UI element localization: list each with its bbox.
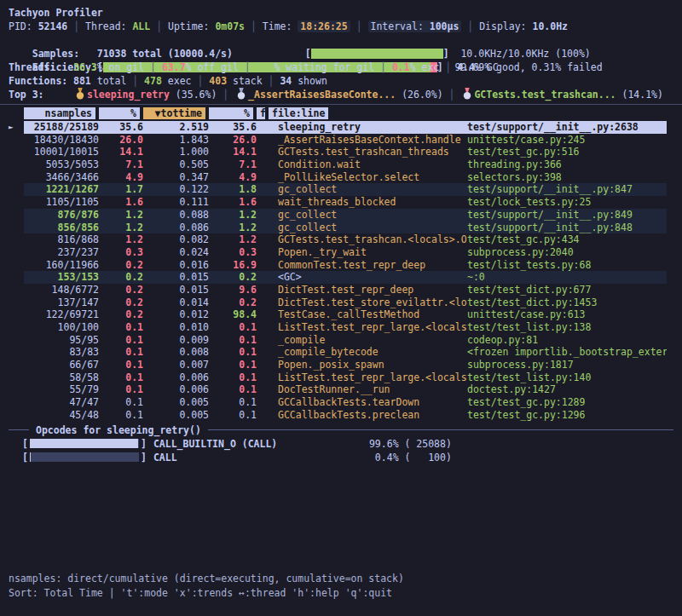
cell-nsamples: 160/11966 [24,259,99,272]
column-header-tottime[interactable]: ▼tottime [143,107,205,119]
samples-rate: 10.0KHz/10.0KHz (100%) [460,48,590,60]
table-row[interactable]: 83/830.10.0080.1_compile_bytecode<frozen… [9,346,667,359]
table-row[interactable]: 122/697210.20.01298.4TestCase._callTestM… [9,308,667,321]
cell-pct-direct: 0.1 [99,371,143,384]
table-row[interactable]: 58/580.10.0060.1ListTest.test_repr_large… [9,371,667,384]
table-row[interactable]: 3466/34664.90.3474.9_PollLikeSelector.se… [9,171,667,184]
cell-tottime: 0.010 [143,321,209,334]
medal-1-icon [76,88,84,100]
cell-function: ListTest.test_repr_large.<locals>.c... [269,321,467,334]
cell-gap [257,171,269,184]
column-header-[interactable]: % [209,107,253,119]
table-row[interactable]: 10001/1001514.11.00014.1GCTests.test_tra… [9,146,667,158]
cell-pct-cumul: 0.2 [209,271,257,284]
opcodes-list: []CALL_BUILTIN_O (CALL)99.6% ( 25088)[]C… [9,437,682,464]
cell-function: gc_collect [269,183,467,196]
samples-rate-bar [311,49,443,59]
column-header-nsamples[interactable]: nsamples [24,107,95,119]
cell-file-line: test/test_dict.py:1453 [467,296,667,309]
cell-pct-direct: 0.2 [99,296,143,309]
cell-pct-direct: 0.2 [99,271,143,284]
table-row[interactable]: 137/1470.20.0140.2DictTest.test_store_ev… [9,296,667,309]
segment-value: 36.3 [73,61,97,73]
cell-pct-direct: 26.0 [99,134,143,147]
table-row[interactable]: 47/470.10.0050.1GCCallbackTests.tearDown… [9,396,667,409]
cell-file-line: test/test_gc.py:1296 [467,409,667,422]
table-row[interactable]: 1105/11051.60.1111.6wait_threads_blocked… [9,196,667,209]
table-row[interactable]: 153/1530.20.0150.2<GC>~:0 [9,271,667,284]
cell-pct-direct: 0.1 [99,409,143,422]
table-row[interactable]: 237/2370.30.0240.3Popen._try_waitsubproc… [9,246,667,259]
cell-nsamples: 47/47 [24,396,99,409]
cell-file-line: test/support/__init__.py:847 [467,183,667,196]
opcode-bar [30,439,139,448]
info-label: Thread: [85,20,132,32]
cell-nsamples: 18430/18430 [24,134,99,147]
cell-pct-cumul: 0.1 [209,321,257,334]
separator: │ [67,20,85,32]
cell-pct-cumul: 0.1 [209,409,257,422]
cell-tottime: 0.006 [143,383,209,396]
samples-label: Samples: [32,47,97,60]
cell-pct-direct: 1.7 [99,183,143,196]
cell-function: _compile_bytecode [269,346,467,359]
separator: │ [126,75,144,87]
selected-row-marker [9,334,24,347]
table-row[interactable]: 856/8561.20.0861.2gc_collecttest/support… [9,222,667,234]
info-time[interactable]: Time: 18:26:25 [263,20,350,32]
cell-file-line: test/list_tests.py:68 [467,259,667,272]
table-row[interactable]: 876/8761.20.0881.2gc_collecttest/support… [9,209,667,222]
table-row[interactable]: 148/67720.20.0159.6DictTest.test_repr_de… [9,284,667,296]
table-row[interactable]: 66/670.10.0070.1Popen._posix_spawnsubpro… [9,359,667,371]
column-header-[interactable]: % [99,107,140,119]
info-display: Display: 10.0Hz [479,20,568,32]
info-label: Time: [263,20,298,32]
cell-tottime: 0.088 [143,209,209,222]
top3-pct: (26.0%) [396,89,442,101]
cell-function: _compile [269,334,467,347]
table-row[interactable]: 160/119660.20.01616.9CommonTest.test_rep… [9,259,667,272]
cell-function: CommonTest.test_repr_deep [269,259,467,272]
cell-pct-direct: 4.9 [99,171,143,184]
table-row[interactable]: ►25188/2518935.62.51935.6sleeping_retryt… [9,121,667,134]
cell-function: DocTestRunner.__run [269,383,467,396]
table-row[interactable]: 100/1000.10.0100.1ListTest.test_repr_lar… [9,321,667,334]
column-header-function[interactable]: function [257,107,265,119]
table-row[interactable]: 5053/50537.10.5057.1Condition.waitthread… [9,158,667,171]
cell-file-line: test/test_dict.py:677 [467,284,667,296]
info-value: ALL [132,20,150,32]
table-row[interactable]: 45/480.10.0050.1GCCallbackTests.preclean… [9,409,667,422]
cell-gap [257,296,269,309]
section-divider [0,104,682,105]
selected-row-marker [9,158,24,171]
cell-pct-direct: 0.1 [99,383,143,396]
info-value: 0m07s [215,20,245,32]
opcode-name: CALL_BUILTIN_O (CALL) [153,437,341,451]
table-row[interactable]: 18430/1843026.01.84326.0_AssertRaisesBas… [9,134,667,147]
table-row[interactable]: 55/790.10.0060.1DocTestRunner.__rundocte… [9,383,667,396]
cell-gap [257,396,269,409]
cell-nsamples: 816/868 [24,233,99,246]
info-interval[interactable]: Interval: 100µs [368,20,462,32]
info-label: PID: [9,20,38,32]
table-row[interactable]: 1221/12671.70.1221.8gc_collecttest/suppo… [9,183,667,196]
cell-file-line: test/support/__init__.py:2638 [467,121,667,134]
column-header-fileline[interactable]: file:line [269,107,328,119]
cell-nsamples: 83/83 [24,346,99,359]
threads-label: Threads: [9,60,73,74]
cell-pct-direct: 7.1 [99,158,143,171]
table-row[interactable]: 95/950.10.0090.1_compilecodeop.py:81 [9,334,667,347]
selected-row-marker [9,346,24,359]
cell-tottime: 0.015 [143,284,209,296]
selected-row-marker [9,183,24,196]
top3-item[interactable]: _AssertRaisesBaseConte... (26.0%) [234,89,442,101]
selected-row-marker [9,383,24,396]
samples-line: Samples:71038 total (10000.4/s) [] 10.0K… [9,33,682,47]
table-row[interactable]: 816/8681.20.0821.2GCTests.test_trashcan.… [9,233,667,246]
separator: │ [439,61,457,73]
cell-function: DictTest.test_repr_deep [269,284,467,296]
cell-function: gc_collect [269,209,467,222]
top3-item[interactable]: GCTests.test_trashcan... (14.1%) [460,89,663,101]
info-label: Uptime: [168,20,215,32]
top3-item[interactable]: sleeping_retry (35.6%) [73,89,217,101]
